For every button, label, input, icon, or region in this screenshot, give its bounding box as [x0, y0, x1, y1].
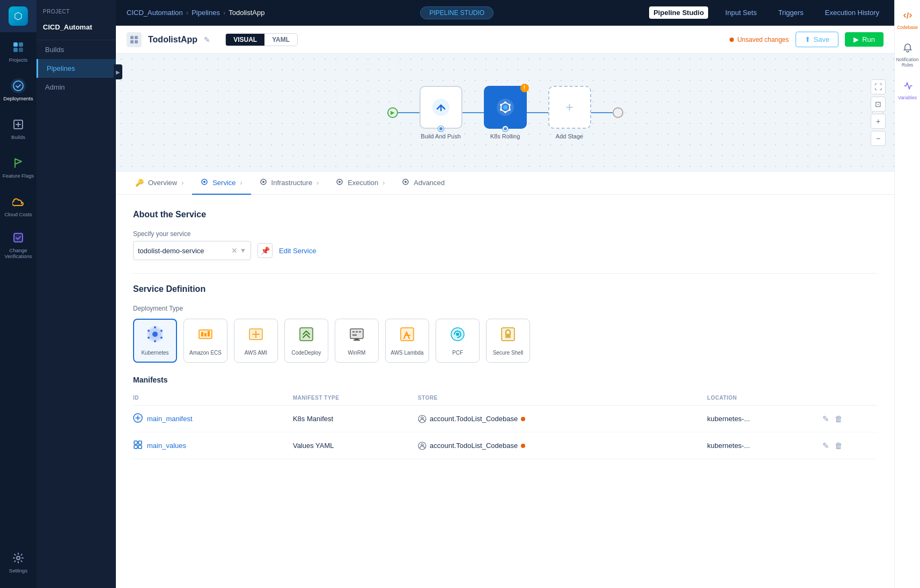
- pipeline-title-icon: [127, 32, 142, 47]
- svg-rect-1: [19, 42, 23, 47]
- nav-input-sets[interactable]: Input Sets: [721, 6, 761, 19]
- service-input-wrap[interactable]: ✕ ▼: [133, 241, 251, 260]
- unsaved-label: Unsaved changes: [737, 36, 789, 43]
- sidebar-item-cloud-costs[interactable]: Cloud Costs: [0, 187, 36, 225]
- sidebar-item-settings[interactable]: Settings: [0, 543, 36, 582]
- svg-rect-61: [134, 445, 137, 449]
- right-panel-variables[interactable]: Variables: [897, 77, 918, 105]
- sidebar-item-change-verifications[interactable]: Change Verifications: [0, 225, 36, 264]
- builds-label: Builds: [11, 134, 25, 140]
- deploy-type-secure-shell[interactable]: Secure Shell: [486, 319, 530, 363]
- breadcrumb-pipelines[interactable]: Pipelines: [192, 9, 220, 17]
- deploy-type-kubernetes[interactable]: Kubernetes: [133, 319, 177, 363]
- secure-shell-icon: [499, 326, 517, 347]
- breadcrumb-cicd[interactable]: CICD_Automation: [127, 9, 183, 17]
- manifest-1-edit-icon[interactable]: ✎: [822, 414, 829, 424]
- deploy-type-aws-lambda[interactable]: AWS Lambda: [385, 319, 429, 363]
- second-sidebar: Project CICD_Automat Builds Pipelines Ad…: [36, 0, 116, 588]
- sidebar-item-builds-nav[interactable]: Builds: [36, 40, 116, 59]
- projects-icon: [11, 40, 26, 55]
- service-dropdown-icon[interactable]: ▼: [240, 247, 246, 254]
- deploy-type-pcf[interactable]: PCF: [436, 319, 480, 363]
- view-toggle-visual[interactable]: VISUAL: [226, 34, 264, 46]
- right-panel-codebase[interactable]: Codebase: [897, 6, 918, 34]
- service-clear-icon[interactable]: ✕: [231, 246, 238, 255]
- pipeline-studio-badge: PIPELINE STUDIO: [420, 6, 494, 19]
- svg-point-52: [456, 333, 459, 336]
- svg-rect-3: [19, 48, 23, 52]
- edit-service-link[interactable]: Edit Service: [279, 247, 316, 255]
- nav-triggers[interactable]: Triggers: [774, 6, 808, 19]
- about-service-title: About the Service: [133, 210, 877, 219]
- stage-box-k8s[interactable]: !: [484, 86, 527, 129]
- settings-label: Settings: [9, 568, 27, 574]
- codedeploy-icon: [298, 326, 315, 347]
- canvas-zoom-out-btn[interactable]: −: [871, 131, 886, 146]
- svg-rect-46: [355, 339, 359, 340]
- table-row: main_values Values YAML: [133, 432, 877, 459]
- top-bar-nav: Pipeline Studio Input Sets Triggers Exec…: [649, 6, 884, 19]
- right-panel: Codebase Notification Rules Variables: [894, 0, 920, 588]
- kubernetes-icon: [146, 326, 164, 347]
- save-icon: ⬆: [805, 35, 811, 43]
- execution-arrow: ›: [382, 179, 385, 187]
- canvas-zoom-in-btn[interactable]: +: [871, 114, 886, 129]
- nav-pipeline-studio[interactable]: Pipeline Studio: [649, 6, 708, 19]
- save-label: Save: [814, 35, 830, 43]
- tab-service[interactable]: Service ›: [192, 172, 251, 195]
- deploy-type-codedeploy[interactable]: CodeDeploy: [284, 319, 328, 363]
- manifest-1-location: kubernetes-...: [707, 406, 822, 432]
- stage-add[interactable]: + Add Stage: [548, 86, 591, 139]
- save-button[interactable]: ⬆ Save: [796, 32, 839, 47]
- col-actions: [822, 391, 877, 406]
- pin-button[interactable]: 📌: [257, 243, 273, 258]
- sidebar-item-admin-nav[interactable]: Admin: [36, 78, 116, 97]
- breadcrumb-app[interactable]: TodolistApp: [229, 9, 264, 17]
- view-toggle-yaml[interactable]: YAML: [264, 34, 297, 46]
- stage-build-and-push[interactable]: Build And Push: [419, 86, 462, 139]
- sidebar-toggle[interactable]: ▶: [114, 64, 122, 79]
- stage-box-add[interactable]: +: [548, 86, 591, 129]
- codedeploy-label: CodeDeploy: [291, 350, 321, 356]
- canvas-controls: ⛶ ⊡ + −: [871, 79, 886, 146]
- canvas-expand-btn[interactable]: ⛶: [871, 79, 886, 94]
- builds-icon: [11, 117, 26, 132]
- tab-overview[interactable]: 🔑 Overview ›: [127, 172, 192, 195]
- deploy-type-amazon-ecs[interactable]: Amazon ECS: [183, 319, 227, 363]
- table-row: main_manifest K8s Manifest: [133, 406, 877, 432]
- svg-rect-9: [130, 36, 134, 39]
- project-name: CICD_Automat: [36, 19, 116, 40]
- pipeline-canvas: ▶: [116, 54, 894, 172]
- stage-warning-icon: !: [520, 84, 529, 92]
- stage-box-build[interactable]: [419, 86, 462, 129]
- run-icon: ▶: [853, 35, 859, 43]
- svg-point-37: [148, 330, 150, 332]
- manifest-2-delete-icon[interactable]: 🗑: [835, 441, 843, 451]
- canvas-fit-btn[interactable]: ⊡: [871, 97, 886, 112]
- run-button[interactable]: ▶ Run: [845, 32, 884, 47]
- sidebar-item-feature-flags[interactable]: Feature Flags: [0, 148, 36, 187]
- sidebar-item-pipelines-nav[interactable]: Pipelines: [36, 59, 116, 78]
- app-logo[interactable]: ⬡: [0, 0, 36, 32]
- sidebar-item-deployments[interactable]: Deployments: [0, 71, 36, 109]
- tab-infrastructure[interactable]: Infrastructure ›: [251, 172, 328, 195]
- deploy-type-aws-ami[interactable]: AWS AMI: [234, 319, 278, 363]
- config-tabs: 🔑 Overview › Service ›: [116, 172, 894, 195]
- tab-advanced[interactable]: Advanced: [393, 172, 453, 195]
- svg-point-34: [160, 337, 163, 339]
- deploy-type-winrm[interactable]: WinRM: [335, 319, 379, 363]
- sidebar-item-projects[interactable]: Projects: [0, 32, 36, 71]
- connector-2: [462, 112, 484, 113]
- manifest-1-delete-icon[interactable]: 🗑: [835, 414, 843, 424]
- manifest-2-edit-icon[interactable]: ✎: [822, 441, 829, 451]
- nav-execution-history[interactable]: Execution History: [821, 6, 884, 19]
- right-panel-notification[interactable]: Notification Rules: [897, 39, 918, 72]
- config-content: About the Service Specify your service ✕…: [116, 195, 894, 588]
- pipeline-edit-icon[interactable]: ✎: [204, 35, 210, 44]
- stage-k8s-rolling[interactable]: ! K8s Rolling: [484, 86, 527, 139]
- service-input[interactable]: [138, 247, 231, 255]
- sidebar-item-builds[interactable]: Builds: [0, 109, 36, 148]
- tab-execution[interactable]: Execution ›: [327, 172, 393, 195]
- svg-point-36: [148, 337, 150, 339]
- stage-end-circle: [613, 107, 623, 118]
